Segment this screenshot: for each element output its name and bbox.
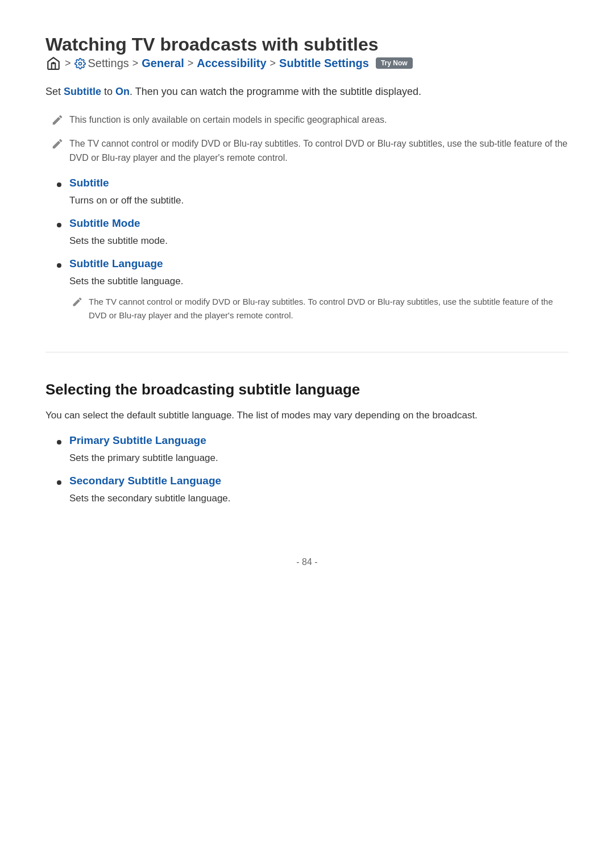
bullet-item-subtitle-language: Subtitle Language Sets the subtitle lang… <box>45 258 569 329</box>
secondary-subtitle-desc: Sets the secondary subtitle language. <box>69 491 569 506</box>
subtitle-language-title[interactable]: Subtitle Language <box>69 258 569 270</box>
bullet-dot-secondary <box>57 480 61 485</box>
subtitle-mode-title[interactable]: Subtitle Mode <box>69 217 569 230</box>
subtitle-desc: Turns on or off the subtitle. <box>69 193 569 208</box>
breadcrumb: > Settings > General > Accessibility > S… <box>45 55 569 71</box>
bullet-content-subtitle: Subtitle Turns on or off the subtitle. <box>69 177 569 214</box>
bullet-content-subtitle-language: Subtitle Language Sets the subtitle lang… <box>69 258 569 329</box>
page-title: Watching TV broadcasts with subtitles <box>45 34 569 55</box>
subtitle-language-note-text: The TV cannot control or modify DVD or B… <box>89 295 569 322</box>
note-2: The TV cannot control or modify DVD or B… <box>45 136 569 165</box>
primary-subtitle-desc: Sets the primary subtitle language. <box>69 450 569 466</box>
bullet-item-subtitle-mode: Subtitle Mode Sets the subtitle mode. <box>45 217 569 254</box>
bullet-item-primary-subtitle: Primary Subtitle Language Sets the prima… <box>45 434 569 471</box>
breadcrumb-item-settings[interactable]: Settings <box>74 57 129 70</box>
subtitle-language-desc: Sets the subtitle language. <box>69 273 569 289</box>
note-2-text: The TV cannot control or modify DVD or B… <box>69 136 569 165</box>
secondary-subtitle-title[interactable]: Secondary Subtitle Language <box>69 475 569 487</box>
breadcrumb-item-general[interactable]: General <box>142 57 184 70</box>
bullet-dot-subtitle-mode <box>57 223 61 227</box>
breadcrumb-separator-4: > <box>270 57 276 69</box>
pencil-icon-1 <box>51 114 64 128</box>
bullet-dot-primary <box>57 440 61 445</box>
svg-point-1 <box>78 63 81 65</box>
intro-text-before: Set <box>45 86 64 97</box>
breadcrumb-item-accessibility[interactable]: Accessibility <box>197 57 266 70</box>
subtitle-link[interactable]: Subtitle <box>64 86 101 97</box>
bullet-section-1: Subtitle Turns on or off the subtitle. S… <box>45 177 569 329</box>
section-divider <box>45 352 569 352</box>
svg-point-0 <box>52 62 55 64</box>
bullet-dot-subtitle-language <box>57 263 61 268</box>
primary-subtitle-title[interactable]: Primary Subtitle Language <box>69 434 569 447</box>
bullet-section-2: Primary Subtitle Language Sets the prima… <box>45 434 569 512</box>
subtitle-language-note: The TV cannot control or modify DVD or B… <box>69 295 569 322</box>
breadcrumb-separator-2: > <box>132 57 139 69</box>
bullet-content-primary: Primary Subtitle Language Sets the prima… <box>69 434 569 471</box>
subtitle-mode-desc: Sets the subtitle mode. <box>69 233 569 248</box>
note-1: This function is only available on certa… <box>45 113 569 128</box>
intro-text: Set Subtitle to On. Then you can watch t… <box>45 84 569 100</box>
intro-text-after: . Then you can watch the programme with … <box>130 86 421 97</box>
subtitle-title[interactable]: Subtitle <box>69 177 569 189</box>
on-link[interactable]: On <box>115 86 130 97</box>
section2-heading: Selecting the broadcasting subtitle lang… <box>45 381 569 398</box>
pencil-icon-3 <box>72 296 83 308</box>
bullet-content-secondary: Secondary Subtitle Language Sets the sec… <box>69 475 569 512</box>
intro-text-middle: to <box>101 86 115 97</box>
home-icon[interactable] <box>45 55 61 71</box>
try-now-badge[interactable]: Try Now <box>376 57 413 69</box>
note-1-text: This function is only available on certa… <box>69 113 387 127</box>
breadcrumb-item-subtitle-settings[interactable]: Subtitle Settings <box>279 57 369 70</box>
section2-intro: You can select the default subtitle lang… <box>45 408 569 423</box>
bullet-content-subtitle-mode: Subtitle Mode Sets the subtitle mode. <box>69 217 569 254</box>
pencil-icon-2 <box>51 138 64 152</box>
breadcrumb-separator-3: > <box>188 57 194 69</box>
bullet-item-subtitle: Subtitle Turns on or off the subtitle. <box>45 177 569 214</box>
page-number: - 84 - <box>45 557 569 567</box>
bullet-item-secondary-subtitle: Secondary Subtitle Language Sets the sec… <box>45 475 569 512</box>
bullet-dot-subtitle <box>57 182 61 187</box>
breadcrumb-separator-1: > <box>65 57 71 69</box>
